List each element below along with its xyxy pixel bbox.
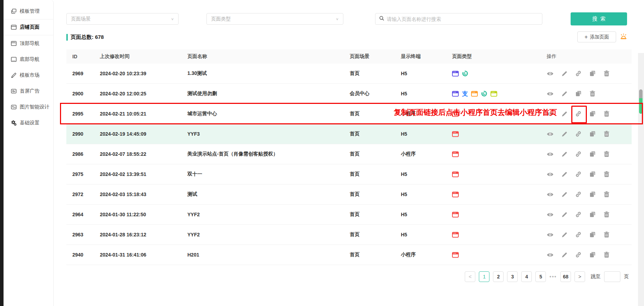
edit-action-icon[interactable] — [561, 110, 568, 117]
view-action-icon[interactable] — [547, 130, 554, 137]
bottom-nav-icon — [11, 56, 17, 62]
next-page-button[interactable]: > — [574, 271, 585, 282]
jump-page-input[interactable] — [604, 271, 620, 282]
copy-action-icon[interactable] — [589, 251, 596, 258]
cell-modified-time: 2024-02-20 12:00:25 — [100, 91, 187, 96]
search-input[interactable] — [387, 16, 538, 22]
pages-table: ID上次修改时间页面名称页面场景显示终端页面类型操作 29692024-02-2… — [66, 49, 632, 265]
delete-action-icon[interactable] — [603, 70, 610, 77]
page-button-2[interactable]: 2 — [493, 271, 504, 282]
edit-action-icon[interactable] — [561, 70, 568, 77]
scrollbar-thumb-gray[interactable] — [639, 89, 643, 99]
delete-action-icon[interactable] — [603, 231, 610, 238]
cell-page-scene: 首页 — [350, 171, 401, 177]
copy-action-icon[interactable] — [589, 130, 596, 137]
delete-action-icon[interactable] — [603, 191, 610, 198]
image-design-icon — [11, 104, 17, 110]
delete-action-icon[interactable] — [603, 151, 610, 158]
delete-action-icon[interactable] — [603, 130, 610, 137]
teal-swirl-icon — [462, 70, 468, 77]
page-button-4[interactable]: 4 — [521, 271, 532, 282]
copy-action-icon[interactable] — [589, 70, 596, 77]
link-action-icon[interactable] — [575, 151, 582, 158]
red-page-icon — [452, 212, 459, 218]
edit-action-icon[interactable] — [561, 251, 568, 258]
copy-action-icon[interactable] — [589, 191, 596, 198]
cell-terminal: 小程序 — [401, 252, 452, 258]
sidebar-item-首屏广告[interactable]: 首屏广告 — [4, 83, 53, 99]
prev-page-button[interactable]: < — [465, 271, 475, 282]
sidebar-item-图片智能设计[interactable]: 图片智能设计 — [4, 99, 53, 115]
delete-action-icon[interactable] — [603, 110, 610, 117]
cell-modified-time: 2024-02-03 15:18:43 — [100, 192, 187, 197]
alarm-bell-icon[interactable] — [620, 33, 627, 41]
delete-action-icon[interactable] — [603, 171, 610, 178]
link-action-icon[interactable] — [575, 231, 582, 238]
sidebar-item-模板市场[interactable]: 模板市场 — [4, 67, 53, 83]
view-action-icon[interactable] — [547, 231, 554, 238]
page-button-3[interactable]: 3 — [507, 271, 518, 282]
copy-action-icon[interactable] — [589, 110, 596, 117]
copy-action-icon[interactable] — [589, 151, 596, 158]
page-button-5[interactable]: 5 — [535, 271, 546, 282]
edit-action-icon[interactable] — [561, 90, 568, 97]
copy-action-icon[interactable] — [589, 231, 596, 238]
cell-terminal: 小程序 — [401, 151, 452, 157]
scrollbar-track[interactable] — [638, 53, 644, 306]
view-action-icon[interactable] — [547, 70, 554, 77]
edit-action-icon[interactable] — [561, 191, 568, 198]
cell-page-type — [452, 171, 535, 177]
view-action-icon[interactable] — [547, 191, 554, 198]
cell-page-name: 测试使用勿删 — [187, 90, 350, 97]
pagination-ellipsis[interactable]: ••• — [549, 274, 557, 279]
view-action-icon[interactable] — [547, 151, 554, 158]
delete-action-icon[interactable] — [589, 90, 596, 97]
edit-action-icon[interactable] — [561, 130, 568, 137]
sidebar-item-顶部导航[interactable]: 顶部导航 — [4, 35, 53, 51]
view-action-icon[interactable] — [547, 110, 554, 117]
link-action-icon[interactable] — [575, 70, 582, 77]
edit-action-icon[interactable] — [561, 231, 568, 238]
sidebar-item-label: 模板管理 — [20, 8, 40, 14]
copy-action-icon[interactable] — [575, 90, 582, 97]
page-type-select[interactable]: 页面类型 ∨ — [206, 13, 343, 25]
scrollbar-thumb-green[interactable] — [639, 98, 643, 114]
cell-modified-time: 2024-02-07 18:55:22 — [100, 151, 187, 157]
orange-page-icon — [471, 91, 478, 97]
cell-modified-time: 2024-02-02 13:39:51 — [100, 171, 187, 177]
page-scene-placeholder: 页面场景 — [71, 16, 91, 22]
sidebar-item-店铺页面[interactable]: 店铺页面 — [4, 19, 53, 35]
table-row: 29952024-02-21 10:05:21城市运营中心首页小程序复制页面链接… — [66, 104, 632, 124]
sidebar-item-模板管理[interactable]: 模板管理 — [4, 4, 53, 19]
delete-action-icon[interactable] — [603, 211, 610, 218]
view-action-icon[interactable] — [547, 171, 554, 178]
link-action-icon[interactable] — [575, 171, 582, 178]
cell-id: 2964 — [66, 212, 100, 217]
view-action-icon[interactable] — [547, 90, 554, 97]
link-action-icon[interactable] — [575, 211, 582, 218]
search-box[interactable] — [375, 13, 542, 25]
table-row: 29402024-01-31 16:41:06H201首页小程序 — [66, 245, 632, 265]
sidebar-item-底部导航[interactable]: 底部导航 — [4, 51, 53, 67]
add-page-button[interactable]: + 添加页面 — [577, 31, 616, 42]
edit-action-icon[interactable] — [561, 171, 568, 178]
view-action-icon[interactable] — [547, 211, 554, 218]
column-header: 页面名称 — [187, 53, 350, 60]
link-action-icon[interactable] — [575, 130, 582, 137]
link-action-icon[interactable] — [575, 251, 582, 258]
sidebar-item-基础设置[interactable]: 基础设置 — [4, 115, 53, 131]
page-button-1[interactable]: 1 — [479, 271, 489, 282]
page-scene-select[interactable]: 页面场景 ∨ — [66, 13, 179, 25]
view-action-icon[interactable] — [547, 251, 554, 258]
edit-action-icon[interactable] — [561, 151, 568, 158]
delete-action-icon[interactable] — [603, 251, 610, 258]
copy-action-icon[interactable] — [589, 171, 596, 178]
copy-action-icon[interactable] — [589, 211, 596, 218]
search-button[interactable]: 搜索 — [571, 12, 627, 25]
page-button-68[interactable]: 68 — [560, 271, 571, 282]
edit-action-icon[interactable] — [561, 211, 568, 218]
cell-id: 2900 — [66, 91, 100, 96]
link-action-icon[interactable] — [575, 110, 582, 117]
link-action-icon[interactable] — [575, 191, 582, 198]
cell-id: 2990 — [66, 131, 100, 137]
